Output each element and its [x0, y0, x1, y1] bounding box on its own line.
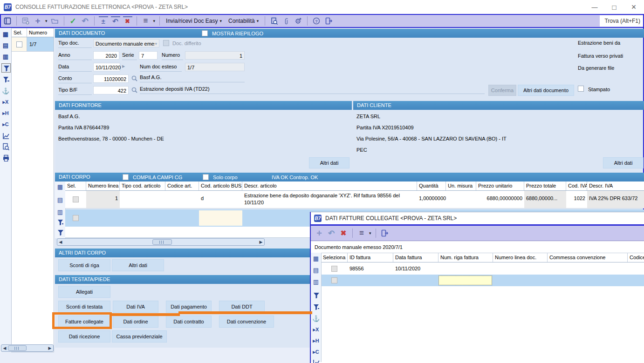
num-riga-fattura-edit-cell[interactable] — [438, 276, 492, 285]
corpo-h-scrollbar[interactable]: ◀ ▶ — [57, 238, 265, 246]
list-view-icon[interactable]: ▤ — [312, 266, 320, 274]
filter-icon[interactable] — [56, 218, 64, 226]
filter-pin-icon[interactable] — [1, 75, 10, 83]
menu-invia-ricevi[interactable]: Invia/ricevi Doc Easy▾ — [164, 18, 224, 24]
altri-dati-corpo-button[interactable]: Altri dati — [112, 259, 164, 271]
row-select-checkbox[interactable] — [331, 266, 337, 272]
popup-table-row[interactable]: 98556 10/11/2020 — [321, 262, 644, 275]
mostra-riepilogo-checkbox[interactable] — [202, 30, 208, 36]
row-plus-minus-icon[interactable]: ± — [99, 16, 108, 26]
conto-field[interactable]: 11020002 — [93, 74, 129, 83]
col-seleziona[interactable]: Seleziona — [321, 253, 348, 262]
scrollbar-thumb[interactable] — [8, 345, 27, 351]
tipo-bf-field[interactable]: 422 — [93, 86, 129, 94]
col-commessa-convenzione[interactable]: Commessa convenzione — [548, 253, 628, 262]
row-undo-icon[interactable]: ↶ — [111, 16, 120, 26]
filter-pin-icon[interactable] — [56, 228, 64, 236]
col-numero-linea[interactable]: Numero linea — [86, 182, 120, 190]
sconti-di-riga-button[interactable]: Sconti di riga — [58, 259, 110, 271]
col-descr-articolo[interactable]: Descr. articolo — [242, 182, 417, 190]
col-cod-articolo-bus[interactable]: Cod. articolo BUS — [199, 182, 242, 190]
close-button[interactable]: × — [627, 0, 640, 14]
column-header-numero[interactable]: Numero — [27, 28, 54, 37]
dense-list-icon[interactable]: ▥ — [1, 52, 10, 60]
confirm-check-icon[interactable]: ✓ — [69, 16, 78, 26]
add-row-icon[interactable]: + — [315, 228, 324, 238]
cliente-altri-dati-button[interactable]: Altri dati — [603, 157, 644, 168]
cassa-previdenziale-button[interactable]: Cassa previdenziale — [112, 330, 167, 343]
undo-icon[interactable]: ↶ — [81, 16, 90, 26]
date-picker-icon[interactable]: ▶ — [122, 64, 125, 68]
attachment-icon[interactable] — [281, 16, 291, 26]
print-preview-icon[interactable] — [1, 142, 10, 151]
row-delete-icon[interactable]: ✖ — [123, 16, 132, 26]
filter-pin-icon[interactable] — [312, 302, 320, 311]
dati-convenzione-button[interactable]: Dati convenzione — [219, 316, 274, 328]
new-list-icon[interactable] — [21, 16, 30, 26]
maximize-button[interactable]: □ — [608, 0, 621, 14]
anchor-icon[interactable]: ⚓ — [1, 87, 10, 95]
open-folder-icon[interactable] — [50, 16, 60, 26]
grid-view-icon[interactable]: ▦ — [1, 30, 10, 38]
col-un-misura[interactable]: Un. misura — [446, 182, 476, 190]
chart-icon[interactable] — [312, 358, 320, 363]
col-cod-iva[interactable]: Cod. IVA — [566, 182, 587, 190]
col-descr-iva[interactable]: Descr. IVA — [587, 182, 644, 190]
tipo-doc-select[interactable]: Documento manuale emesso ▾ — [93, 39, 159, 47]
add-icon[interactable]: + — [33, 16, 42, 26]
dati-ricezione-button[interactable]: Dati ricezione — [58, 330, 110, 343]
col-sel[interactable]: Sel. — [65, 182, 86, 190]
col-prezzo-unitario[interactable]: Prezzo unitario — [476, 182, 524, 190]
find-button[interactable]: Trova (Alt+F1) — [600, 15, 644, 27]
delete-row-icon[interactable]: ✖ — [339, 228, 348, 238]
menu-icon[interactable]: ≡ — [141, 16, 151, 26]
scrollbar-thumb[interactable] — [152, 239, 172, 245]
print-icon[interactable] — [1, 154, 10, 162]
col-numero-linea-doc[interactable]: Numero linea doc. — [493, 253, 548, 262]
help-icon[interactable] — [312, 16, 321, 26]
compila-campi-cg-checkbox[interactable] — [123, 174, 129, 180]
col-prezzo-totale[interactable]: Prezzo totale — [524, 182, 566, 190]
tipo-bf-lookup-icon[interactable] — [131, 87, 137, 93]
col-quantita[interactable]: Quantità — [417, 182, 446, 190]
undo-icon[interactable]: ↶ — [327, 228, 336, 238]
preview-search-icon[interactable] — [269, 16, 279, 26]
fornitore-altri-dati-button[interactable]: Altri dati — [309, 157, 349, 168]
scroll-left-icon[interactable]: ◀ — [57, 240, 64, 244]
col-data-fattura[interactable]: Data fattura — [393, 253, 438, 262]
row-select-checkbox[interactable] — [331, 277, 337, 283]
col-codice-c[interactable]: Codice C — [628, 253, 644, 262]
exit-icon[interactable] — [380, 228, 390, 238]
export-x-icon[interactable]: ▸X — [1, 98, 10, 106]
grid-view-icon[interactable]: ▦ — [312, 254, 320, 262]
settings-gear-icon[interactable] — [294, 16, 303, 26]
export-h-icon[interactable]: ▸H — [312, 336, 320, 345]
add-dropdown-icon[interactable]: ▾ — [45, 19, 48, 23]
menu-contabilita[interactable]: Contabilità▾ — [226, 18, 260, 24]
edit-cell[interactable] — [199, 210, 242, 226]
export-x-icon[interactable]: ▸X — [312, 325, 320, 334]
column-header-sel[interactable]: Sel. — [12, 28, 27, 37]
stampato-checkbox[interactable] — [578, 86, 584, 92]
scroll-left-icon[interactable]: ◀ — [1, 346, 8, 350]
popup-table-new-row[interactable] — [321, 275, 644, 286]
filter-icon[interactable] — [1, 63, 11, 73]
serie-field[interactable]: 7 — [139, 51, 158, 60]
dense-list-icon[interactable]: ▥ — [312, 277, 320, 286]
exit-icon[interactable] — [324, 16, 333, 26]
export-h-icon[interactable]: ▸H — [1, 109, 10, 117]
altri-dati-documento-button[interactable]: Altri dati documento — [518, 85, 574, 96]
minimize-button[interactable]: — — [588, 0, 601, 14]
console-view-icon[interactable] — [3, 16, 12, 26]
menu-dropdown-icon[interactable]: ▾ — [153, 19, 156, 23]
dense-list-icon[interactable]: ▥ — [56, 208, 64, 216]
anno-field[interactable]: 2020 — [93, 51, 119, 60]
list-view-icon[interactable]: ▤ — [1, 41, 10, 49]
scroll-right-icon[interactable]: ▶ — [258, 240, 264, 244]
chart-icon[interactable] — [1, 131, 10, 140]
sconti-di-testata-button[interactable]: Sconti di testata — [58, 301, 110, 313]
menu-dropdown-icon[interactable]: ▾ — [369, 231, 371, 235]
row-select-checkbox[interactable] — [73, 196, 79, 202]
solo-corpo-checkbox[interactable] — [203, 174, 209, 180]
filter-icon[interactable] — [312, 291, 320, 299]
